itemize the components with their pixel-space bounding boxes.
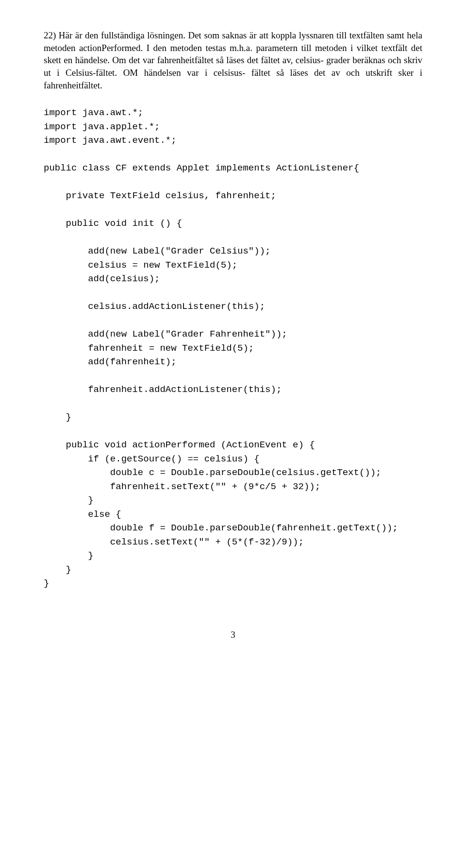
code-listing: import java.awt.*; import java.applet.*;… xyxy=(44,106,422,591)
page-number: 3 xyxy=(44,630,422,640)
intro-paragraph: 22) Här är den fullständiga lösningen. D… xyxy=(44,29,422,91)
document-page: 22) Här är den fullständiga lösningen. D… xyxy=(0,0,466,660)
